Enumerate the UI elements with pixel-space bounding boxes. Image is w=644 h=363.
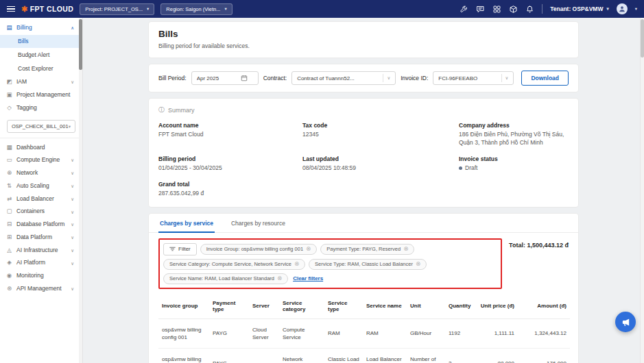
api-management-icon: ⊛ [5,286,13,292]
page-title: Bills [158,29,569,39]
caret-down-icon: ▾ [224,6,226,12]
chevron-down-icon: ∨ [71,184,74,188]
billing-icon: ▤ [5,25,13,32]
filter-chip-invoice-group[interactable]: Invoice Group: osp&vmw billing config 00… [200,244,317,255]
sidebar-item-budget-alert[interactable]: Budget Alert [0,49,82,62]
caret-down-icon[interactable]: ▾ [635,6,637,12]
sidebar-item-compute-engine[interactable]: ▭ Compute Engine ∨ [0,154,82,167]
sidebar-item-cost-explorer[interactable]: Cost Explorer [0,62,82,75]
apps-grid-icon[interactable] [492,5,501,14]
remove-chip-icon[interactable]: ⊗ [277,275,282,281]
remove-chip-icon[interactable]: ⊗ [294,261,299,267]
filter-button[interactable]: Filter [163,243,197,255]
sidebar-item-load-balancer[interactable]: ⇄ Load Balancer ∨ [0,192,82,205]
sidebar-scrollbar[interactable] [79,18,82,363]
sidebar-item-dashboard[interactable]: ▦ Dashboard [0,141,82,154]
remove-chip-icon[interactable]: ⊗ [416,261,420,267]
clear-filters-link[interactable]: Clear filters [293,275,323,281]
col-invoice-group: Invoice group [158,295,209,319]
auto-scaling-icon: ⇅ [5,183,13,190]
remove-chip-icon[interactable]: ⊗ [403,246,408,252]
data-platform-icon: ⊞ [5,234,13,241]
monitoring-icon: ◉ [5,273,13,279]
sidebar-item-database-platform[interactable]: ⊟ Database Platform ∨ [0,218,82,231]
sidebar-item-tagging[interactable]: ◇ Tagging [0,101,82,114]
bill-filter-card: Bill Period: Contract: Contract of Tuann… [148,64,579,92]
notifications-bell-icon[interactable] [525,5,534,14]
remove-chip-icon[interactable]: ⊗ [306,246,311,252]
bill-period-value[interactable] [197,75,237,82]
tab-charges-by-service[interactable]: Charges by service [158,214,215,233]
sidebar-item-monitoring[interactable]: ◉ Monitoring [0,270,82,283]
download-button[interactable]: Download [521,71,569,86]
containers-icon: ▢ [5,208,13,215]
sidebar-item-ai-infrastructure[interactable]: ◬ AI Infrastructure ∨ [0,244,82,257]
tagging-icon: ◇ [5,105,13,112]
filter-chip-service-name[interactable]: Service Name: RAM, Load Balancer Standar… [163,273,288,284]
sidebar-item-bills[interactable]: Bills [0,35,82,48]
main-content: Bills Billing period for available servi… [83,18,644,363]
chevron-down-icon: ∨ [387,75,390,81]
sidebar-scrollbar-thumb[interactable] [79,19,82,70]
status-badge: Draft [465,164,477,173]
bill-period-label: Bill Period: [158,75,187,82]
summary-field-account-name: Account name FPT Smart Cloud [158,122,294,147]
main-scrollbar-thumb[interactable] [641,19,644,58]
project-selector[interactable]: Project: PROJECT_OS... ▾ [80,3,154,15]
sidebar-item-data-platform[interactable]: ⊞ Data Platform ∨ [0,231,82,244]
sidebar-item-label: Project Management [16,92,70,99]
main-scrollbar[interactable] [640,18,644,363]
tenant-selector[interactable]: Tenant: OSP&VMW ▾ [550,5,609,12]
fpt-cloud-logo[interactable]: ✱ FPT CLOUD [21,5,73,13]
announcement-fab-button[interactable] [615,312,636,332]
compute-engine-icon: ▭ [5,157,13,164]
summary-field-company-address: Company address 186 Điện Biên Phủ, Phườn… [459,122,569,147]
chevron-down-icon: ∨ [71,158,74,162]
filter-chip-service-category[interactable]: Service Category: Compute Service, Netwo… [163,259,305,270]
contract-label: Contract: [263,75,287,82]
feedback-chat-icon[interactable] [476,5,485,14]
sidebar-item-label: Dashboard [16,145,45,151]
tools-wrench-icon[interactable] [460,5,468,14]
sidebar-item-billing[interactable]: ▤ Billing ∧ [0,21,82,34]
col-payment-type: Payment type [209,295,249,319]
contract-select[interactable]: Contract of Tuannn52... ∨ [291,71,396,85]
invoice-id-select[interactable]: FCI-96FEEABO ∨ [433,71,514,85]
region-selector[interactable]: Region: Saigon (Vietn... ▾ [160,3,232,15]
sidebar: ▤ Billing ∧ Bills Budget Alert Cost Expl… [0,18,83,363]
table-row[interactable]: osp&vmw billing config 001 PAYG Cloud Se… [158,318,570,348]
sidebar-item-label: Billing [16,25,32,32]
sidebar-item-label: Containers [16,208,45,215]
user-avatar[interactable] [617,3,628,14]
tab-charges-by-resource[interactable]: Charges by resource [230,214,287,232]
sidebar-item-label: AI Platform [16,260,45,266]
sidebar-item-label: Data Platform [16,234,52,241]
filter-chip-payment-type[interactable]: Payment Type: PAYG, Reserved ⊗ [320,244,414,255]
sidebar-item-auto-scaling[interactable]: ⇅ Auto Scaling ∨ [0,179,82,192]
sidebar-item-iam[interactable]: ◩ IAM ∨ [0,76,82,89]
project-management-icon: ▣ [5,92,13,99]
project-selector-label: Project: PROJECT_OS... [85,6,143,12]
table-row[interactable]: osp&vmw billing config 001 PAYG Network … [158,349,570,363]
sidebar-item-project-management[interactable]: ▣ Project Management [0,89,82,102]
filter-chip-service-type[interactable]: Service Type: RAM, Classic Load Balancer… [309,259,427,270]
sidebar-item-api-management[interactable]: ⊛ API Management ∨ [0,282,82,295]
menu-hamburger-icon[interactable] [7,6,15,12]
vpc-selector-dropdown[interactable]: OSP_CHECK_BILL_001 ▾ [7,120,75,133]
summary-field-billing-period: Billing period 01/04/2025 - 30/04/2025 [158,155,294,173]
database-platform-icon: ⊟ [5,221,13,228]
sidebar-item-label: Auto Scaling [16,183,49,190]
col-unit: Unit [407,295,445,319]
sidebar-item-containers[interactable]: ▢ Containers ∨ [0,205,82,218]
sidebar-item-ai-platform[interactable]: ◈ AI Platform ∨ [0,257,82,270]
charges-table: Invoice group Payment type Server Servic… [158,295,570,363]
topbar: ✱ FPT CLOUD Project: PROJECT_OS... ▾ Reg… [0,0,644,18]
sidebar-item-label: Load Balancer [16,196,54,203]
package-box-icon[interactable] [509,5,518,14]
sidebar-item-network[interactable]: ⊕ Network ∨ [0,167,82,180]
status-dot [459,166,462,170]
chevron-down-icon: ∨ [71,79,74,84]
bill-period-input[interactable] [191,71,259,85]
chevron-up-icon: ∧ [71,25,74,30]
chevron-down-icon: ∨ [505,75,509,81]
